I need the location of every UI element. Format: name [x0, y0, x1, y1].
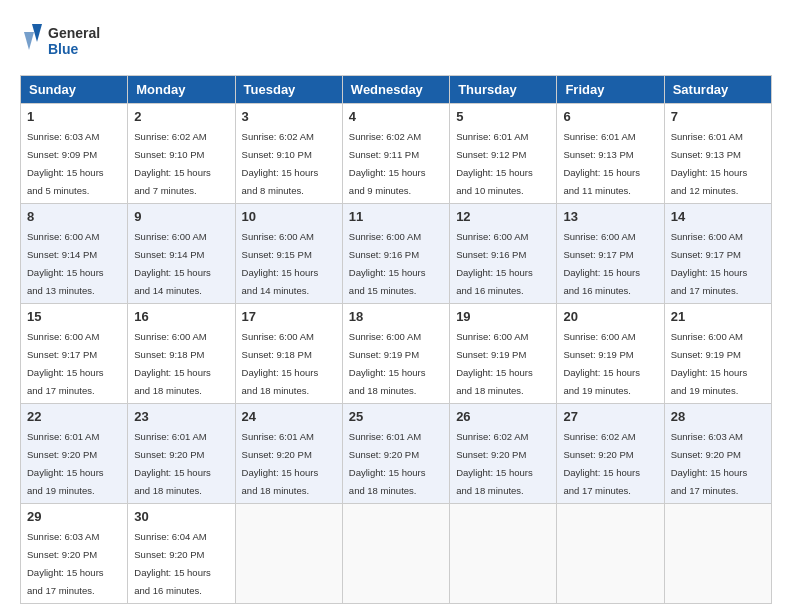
day-number: 20: [563, 309, 657, 324]
day-detail: Sunrise: 6:01 AMSunset: 9:12 PMDaylight:…: [456, 131, 533, 196]
calendar-cell: 29 Sunrise: 6:03 AMSunset: 9:20 PMDaylig…: [21, 504, 128, 604]
calendar-cell: 11 Sunrise: 6:00 AMSunset: 9:16 PMDaylig…: [342, 204, 449, 304]
calendar-week-row: 29 Sunrise: 6:03 AMSunset: 9:20 PMDaylig…: [21, 504, 772, 604]
day-detail: Sunrise: 6:00 AMSunset: 9:19 PMDaylight:…: [349, 331, 426, 396]
day-detail: Sunrise: 6:00 AMSunset: 9:18 PMDaylight:…: [242, 331, 319, 396]
calendar-week-row: 15 Sunrise: 6:00 AMSunset: 9:17 PMDaylig…: [21, 304, 772, 404]
day-number: 7: [671, 109, 765, 124]
calendar-cell: 8 Sunrise: 6:00 AMSunset: 9:14 PMDayligh…: [21, 204, 128, 304]
day-number: 3: [242, 109, 336, 124]
calendar-cell: 23 Sunrise: 6:01 AMSunset: 9:20 PMDaylig…: [128, 404, 235, 504]
calendar-cell: 26 Sunrise: 6:02 AMSunset: 9:20 PMDaylig…: [450, 404, 557, 504]
day-number: 29: [27, 509, 121, 524]
day-number: 15: [27, 309, 121, 324]
day-number: 16: [134, 309, 228, 324]
calendar-cell: [235, 504, 342, 604]
day-detail: Sunrise: 6:01 AMSunset: 9:13 PMDaylight:…: [563, 131, 640, 196]
page-header: General Blue: [20, 20, 772, 65]
calendar-header-row: SundayMondayTuesdayWednesdayThursdayFrid…: [21, 76, 772, 104]
day-detail: Sunrise: 6:00 AMSunset: 9:15 PMDaylight:…: [242, 231, 319, 296]
day-detail: Sunrise: 6:00 AMSunset: 9:16 PMDaylight:…: [349, 231, 426, 296]
day-detail: Sunrise: 6:04 AMSunset: 9:20 PMDaylight:…: [134, 531, 211, 596]
calendar-cell: 20 Sunrise: 6:00 AMSunset: 9:19 PMDaylig…: [557, 304, 664, 404]
day-number: 17: [242, 309, 336, 324]
day-number: 21: [671, 309, 765, 324]
day-detail: Sunrise: 6:00 AMSunset: 9:18 PMDaylight:…: [134, 331, 211, 396]
logo: General Blue: [20, 20, 110, 65]
day-detail: Sunrise: 6:00 AMSunset: 9:16 PMDaylight:…: [456, 231, 533, 296]
svg-text:Blue: Blue: [48, 41, 79, 57]
calendar-week-row: 8 Sunrise: 6:00 AMSunset: 9:14 PMDayligh…: [21, 204, 772, 304]
calendar-cell: 9 Sunrise: 6:00 AMSunset: 9:14 PMDayligh…: [128, 204, 235, 304]
day-number: 11: [349, 209, 443, 224]
day-number: 9: [134, 209, 228, 224]
day-number: 23: [134, 409, 228, 424]
calendar-cell: 24 Sunrise: 6:01 AMSunset: 9:20 PMDaylig…: [235, 404, 342, 504]
calendar-cell: 12 Sunrise: 6:00 AMSunset: 9:16 PMDaylig…: [450, 204, 557, 304]
day-detail: Sunrise: 6:00 AMSunset: 9:17 PMDaylight:…: [27, 331, 104, 396]
day-detail: Sunrise: 6:00 AMSunset: 9:14 PMDaylight:…: [27, 231, 104, 296]
day-number: 18: [349, 309, 443, 324]
day-detail: Sunrise: 6:00 AMSunset: 9:14 PMDaylight:…: [134, 231, 211, 296]
svg-text:General: General: [48, 25, 100, 41]
col-header-tuesday: Tuesday: [235, 76, 342, 104]
calendar-cell: [450, 504, 557, 604]
day-detail: Sunrise: 6:02 AMSunset: 9:20 PMDaylight:…: [456, 431, 533, 496]
day-number: 10: [242, 209, 336, 224]
day-number: 25: [349, 409, 443, 424]
calendar-cell: 2 Sunrise: 6:02 AMSunset: 9:10 PMDayligh…: [128, 104, 235, 204]
svg-marker-3: [24, 32, 34, 50]
col-header-sunday: Sunday: [21, 76, 128, 104]
calendar-cell: [557, 504, 664, 604]
calendar-cell: 14 Sunrise: 6:00 AMSunset: 9:17 PMDaylig…: [664, 204, 771, 304]
day-detail: Sunrise: 6:00 AMSunset: 9:17 PMDaylight:…: [671, 231, 748, 296]
calendar-cell: 27 Sunrise: 6:02 AMSunset: 9:20 PMDaylig…: [557, 404, 664, 504]
calendar-cell: 30 Sunrise: 6:04 AMSunset: 9:20 PMDaylig…: [128, 504, 235, 604]
day-number: 19: [456, 309, 550, 324]
day-number: 6: [563, 109, 657, 124]
calendar-cell: 5 Sunrise: 6:01 AMSunset: 9:12 PMDayligh…: [450, 104, 557, 204]
day-detail: Sunrise: 6:00 AMSunset: 9:19 PMDaylight:…: [671, 331, 748, 396]
day-number: 12: [456, 209, 550, 224]
day-detail: Sunrise: 6:03 AMSunset: 9:20 PMDaylight:…: [671, 431, 748, 496]
day-detail: Sunrise: 6:02 AMSunset: 9:10 PMDaylight:…: [242, 131, 319, 196]
day-detail: Sunrise: 6:01 AMSunset: 9:20 PMDaylight:…: [27, 431, 104, 496]
day-detail: Sunrise: 6:00 AMSunset: 9:19 PMDaylight:…: [456, 331, 533, 396]
logo-svg: General Blue: [20, 20, 110, 65]
day-number: 30: [134, 509, 228, 524]
col-header-wednesday: Wednesday: [342, 76, 449, 104]
col-header-thursday: Thursday: [450, 76, 557, 104]
day-detail: Sunrise: 6:01 AMSunset: 9:20 PMDaylight:…: [242, 431, 319, 496]
calendar-cell: 4 Sunrise: 6:02 AMSunset: 9:11 PMDayligh…: [342, 104, 449, 204]
day-detail: Sunrise: 6:03 AMSunset: 9:20 PMDaylight:…: [27, 531, 104, 596]
day-detail: Sunrise: 6:02 AMSunset: 9:20 PMDaylight:…: [563, 431, 640, 496]
calendar-cell: 15 Sunrise: 6:00 AMSunset: 9:17 PMDaylig…: [21, 304, 128, 404]
calendar-cell: 17 Sunrise: 6:00 AMSunset: 9:18 PMDaylig…: [235, 304, 342, 404]
calendar-week-row: 22 Sunrise: 6:01 AMSunset: 9:20 PMDaylig…: [21, 404, 772, 504]
calendar-cell: 19 Sunrise: 6:00 AMSunset: 9:19 PMDaylig…: [450, 304, 557, 404]
calendar-cell: 1 Sunrise: 6:03 AMSunset: 9:09 PMDayligh…: [21, 104, 128, 204]
day-number: 14: [671, 209, 765, 224]
col-header-friday: Friday: [557, 76, 664, 104]
calendar-cell: 16 Sunrise: 6:00 AMSunset: 9:18 PMDaylig…: [128, 304, 235, 404]
day-number: 4: [349, 109, 443, 124]
calendar-cell: 6 Sunrise: 6:01 AMSunset: 9:13 PMDayligh…: [557, 104, 664, 204]
calendar-week-row: 1 Sunrise: 6:03 AMSunset: 9:09 PMDayligh…: [21, 104, 772, 204]
day-number: 26: [456, 409, 550, 424]
calendar-cell: [342, 504, 449, 604]
calendar-cell: 3 Sunrise: 6:02 AMSunset: 9:10 PMDayligh…: [235, 104, 342, 204]
day-detail: Sunrise: 6:01 AMSunset: 9:20 PMDaylight:…: [134, 431, 211, 496]
col-header-saturday: Saturday: [664, 76, 771, 104]
day-number: 8: [27, 209, 121, 224]
day-detail: Sunrise: 6:03 AMSunset: 9:09 PMDaylight:…: [27, 131, 104, 196]
day-number: 24: [242, 409, 336, 424]
day-number: 22: [27, 409, 121, 424]
calendar-cell: 10 Sunrise: 6:00 AMSunset: 9:15 PMDaylig…: [235, 204, 342, 304]
col-header-monday: Monday: [128, 76, 235, 104]
day-detail: Sunrise: 6:01 AMSunset: 9:20 PMDaylight:…: [349, 431, 426, 496]
calendar-table: SundayMondayTuesdayWednesdayThursdayFrid…: [20, 75, 772, 604]
day-number: 28: [671, 409, 765, 424]
day-detail: Sunrise: 6:00 AMSunset: 9:17 PMDaylight:…: [563, 231, 640, 296]
day-number: 13: [563, 209, 657, 224]
day-number: 5: [456, 109, 550, 124]
